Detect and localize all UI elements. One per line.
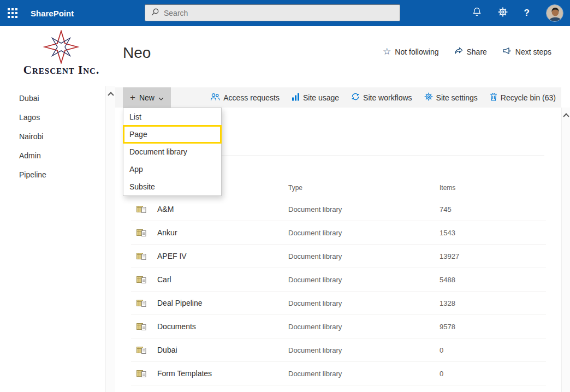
row-name-link[interactable]: A&M xyxy=(157,205,174,213)
left-nav: Dubai Lagos Nairobi Admin Pipeline xyxy=(0,85,105,392)
suite-bar: SharePoint xyxy=(0,0,570,26)
bar-chart-icon xyxy=(292,93,300,103)
row-name-link[interactable]: Deal Pipeline xyxy=(157,299,203,307)
site-workflows-button[interactable]: Site workflows xyxy=(351,92,412,103)
page-title: Neo xyxy=(123,44,151,62)
site-workflows-label: Site workflows xyxy=(363,93,412,102)
row-item-count: 13927 xyxy=(440,252,459,260)
row-name-link[interactable]: Dubai xyxy=(157,346,177,354)
table-row[interactable]: Dubai Document library 0 xyxy=(131,338,546,362)
row-type: Document library xyxy=(288,299,342,307)
sidebar-scrollbar[interactable] xyxy=(105,86,115,392)
row-type: Document library xyxy=(288,370,342,378)
column-header-type[interactable]: Type xyxy=(288,184,302,192)
row-type: Document library xyxy=(288,229,342,237)
not-following-button[interactable]: ☆ Not following xyxy=(383,47,438,56)
table-rows: A&M Document library 745 Ankur xyxy=(131,198,546,385)
share-button[interactable]: Share xyxy=(454,47,487,56)
row-name-link[interactable]: APEF IV xyxy=(157,252,187,260)
table-row[interactable]: Ankur Document library 1543 xyxy=(131,221,546,245)
new-menu-item-label: Document library xyxy=(129,147,187,156)
next-steps-button[interactable]: Next steps xyxy=(502,47,551,56)
account-avatar[interactable] xyxy=(546,4,563,22)
waffle-icon xyxy=(8,8,17,18)
column-header-items[interactable]: Items xyxy=(440,184,455,192)
document-library-icon xyxy=(136,252,146,263)
header-actions: ☆ Not following Share Next steps xyxy=(383,47,551,56)
document-library-icon xyxy=(136,322,146,334)
sidebar-item[interactable]: Pipeline xyxy=(0,165,105,185)
row-type: Document library xyxy=(288,323,342,331)
site-settings-button[interactable]: Site settings xyxy=(424,92,478,103)
table-row[interactable]: A&M Document library 745 xyxy=(131,198,546,221)
command-bar: + New Access requests Site usage xyxy=(115,87,561,108)
new-menu-item[interactable]: Subsite xyxy=(123,178,221,195)
row-name-link[interactable]: Carl xyxy=(157,275,171,284)
new-menu-item[interactable]: Page xyxy=(123,126,221,143)
sync-icon xyxy=(351,92,360,103)
new-menu-item-label: List xyxy=(129,112,141,121)
new-button-label: New xyxy=(139,93,155,102)
access-requests-button[interactable]: Access requests xyxy=(210,93,280,103)
table-row[interactable]: Carl Document library 5488 xyxy=(131,268,546,292)
document-library-icon xyxy=(136,369,146,381)
document-library-icon xyxy=(136,346,146,357)
suite-icons: ? xyxy=(472,0,570,26)
new-menu-item[interactable]: App xyxy=(123,161,221,178)
site-header: Crescent Inc. Neo ☆ Not following Share … xyxy=(0,26,570,85)
site-usage-button[interactable]: Site usage xyxy=(292,93,339,103)
search-icon xyxy=(151,8,159,19)
command-actions: Access requests Site usage Site workflow… xyxy=(210,92,561,103)
megaphone-icon xyxy=(502,47,512,56)
sidebar-item[interactable]: Nairobi xyxy=(0,127,105,146)
new-menu-item-label: App xyxy=(129,165,143,174)
row-type: Document library xyxy=(288,276,342,284)
new-menu-item[interactable]: List xyxy=(123,108,221,126)
row-item-count: 1543 xyxy=(440,229,455,237)
table-row[interactable]: Form Templates Document library 0 xyxy=(131,362,546,385)
new-menu-item[interactable]: Document library xyxy=(123,143,221,161)
document-library-icon xyxy=(136,275,146,287)
sidebar-item[interactable]: Dubai xyxy=(0,89,105,108)
logo-text: Crescent Inc. xyxy=(0,63,123,77)
row-item-count: 0 xyxy=(440,346,443,354)
table-row[interactable]: APEF IV Document library 13927 xyxy=(131,245,546,268)
scroll-up-icon xyxy=(563,113,569,119)
document-library-icon xyxy=(136,299,146,310)
new-menu-item-label: Subsite xyxy=(129,182,155,191)
next-steps-label: Next steps xyxy=(515,47,551,56)
recycle-bin-button[interactable]: Recycle bin (63) xyxy=(490,92,556,103)
row-name-link[interactable]: Documents xyxy=(157,322,196,331)
sidebar-item[interactable]: Admin xyxy=(0,146,105,165)
table-row[interactable]: Deal Pipeline Document library 1328 xyxy=(131,292,546,315)
sidebar-item[interactable]: Lagos xyxy=(0,108,105,127)
people-icon xyxy=(210,93,220,103)
scroll-up-icon xyxy=(108,92,114,98)
site-logo: Crescent Inc. xyxy=(0,26,123,85)
table-row[interactable]: Documents Document library 9578 xyxy=(131,315,546,338)
new-button[interactable]: + New xyxy=(123,87,171,108)
row-type: Document library xyxy=(288,252,342,260)
search-input[interactable] xyxy=(164,9,371,17)
brand-link[interactable]: SharePoint xyxy=(31,9,74,18)
sharepoint-page: SharePoint xyxy=(0,0,570,392)
share-icon xyxy=(454,47,463,56)
row-item-count: 9578 xyxy=(440,323,455,331)
plus-icon: + xyxy=(130,93,135,102)
row-type: Document library xyxy=(288,346,342,354)
gear-icon xyxy=(498,7,508,19)
star-icon: ☆ xyxy=(383,47,391,56)
notifications-button[interactable] xyxy=(472,7,482,19)
search-box[interactable] xyxy=(145,4,400,21)
site-usage-label: Site usage xyxy=(303,93,339,102)
help-button[interactable]: ? xyxy=(524,8,530,19)
app-launcher-button[interactable] xyxy=(0,0,25,26)
gear-icon xyxy=(424,92,433,103)
settings-button[interactable] xyxy=(498,7,508,19)
content-scrollbar[interactable] xyxy=(561,108,570,392)
row-item-count: 1328 xyxy=(440,299,455,307)
row-name-link[interactable]: Form Templates xyxy=(157,369,212,378)
new-dropdown-menu: List Page Document library App Subsite xyxy=(123,108,222,196)
row-name-link[interactable]: Ankur xyxy=(157,228,177,237)
bell-icon xyxy=(472,7,482,19)
